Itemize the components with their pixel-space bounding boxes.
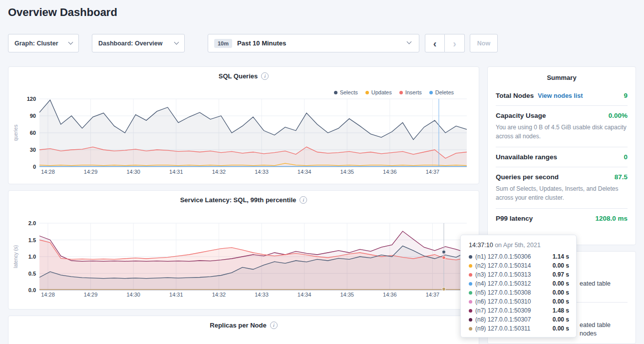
svg-text:1.0: 1.0: [28, 254, 36, 260]
legend-label: Updates: [371, 89, 392, 95]
time-range-dropdown[interactable]: 10m Past 10 Minutes: [208, 34, 419, 52]
graph-dropdown-label: Graph: Cluster: [14, 40, 58, 47]
legend-item-inserts[interactable]: Inserts: [399, 89, 422, 95]
info-icon[interactable]: i: [261, 72, 269, 80]
svg-text:14:37: 14:37: [426, 169, 440, 175]
svg-text:14:31: 14:31: [169, 292, 183, 298]
summary-title: Summary: [488, 67, 636, 86]
node-color-dot-icon: [469, 291, 472, 295]
svg-text:14:29: 14:29: [84, 292, 98, 298]
svg-text:14:36: 14:36: [383, 169, 397, 175]
summary-desc: You are using 0 B of 4.5 GiB usable disk…: [496, 123, 628, 141]
info-icon[interactable]: i: [300, 196, 307, 204]
tooltip-node-row: (n3) 127.0.0.1:50313 0.97 s: [461, 270, 576, 279]
tooltip-time: 14:37:10: [469, 242, 493, 249]
time-pager: ‹ ›: [425, 34, 465, 52]
legend-dot-icon: [365, 91, 369, 94]
node-color-dot-icon: [469, 282, 472, 286]
tooltip-rows: (n1) 127.0.0.1:50306 1.14 s (n2) 127.0.0…: [461, 252, 576, 333]
svg-text:14:30: 14:30: [126, 169, 140, 175]
svg-text:14:34: 14:34: [298, 292, 312, 298]
svg-text:14:35: 14:35: [340, 169, 354, 175]
view-nodes-link[interactable]: View nodes list: [538, 92, 583, 99]
tooltip-node-label: (n2) 127.0.0.1:50314: [475, 262, 531, 269]
chart-hover-tooltip: 14:37:10 on Apr 5th, 2021 (n1) 127.0.0.1…: [460, 235, 577, 338]
node-color-dot-icon: [469, 327, 472, 331]
tooltip-node-label: (n5) 127.0.0.1:50308: [475, 289, 531, 296]
tooltip-node-row: (n8) 127.0.0.1:50307 0.00 s: [461, 315, 576, 324]
summary-value: 0: [624, 153, 628, 161]
legend-label: Inserts: [405, 89, 422, 95]
tooltip-node-label: (n9) 127.0.0.1:50311: [475, 325, 531, 332]
legend-item-selects[interactable]: Selects: [334, 89, 358, 95]
summary-label: Unavailable ranges: [496, 153, 557, 161]
time-next-button[interactable]: ›: [445, 34, 465, 52]
legend-dot-icon: [399, 91, 403, 94]
summary-row: Queries per second 87.5 Sum of Selects, …: [496, 167, 628, 209]
summary-label: Capacity Usage: [496, 112, 546, 119]
legend-label: Deletes: [435, 89, 454, 95]
legend-item-deletes[interactable]: Deletes: [429, 89, 454, 95]
tooltip-node-value: 0.00 s: [553, 289, 569, 296]
svg-text:14:32: 14:32: [212, 292, 226, 298]
tooltip-node-label: (n4) 127.0.0.1:50312: [475, 280, 531, 287]
svg-text:14:30: 14:30: [126, 292, 140, 298]
summary-value: 1208.0 ms: [595, 215, 628, 222]
tooltip-node-label: (n7) 127.0.0.1:50309: [475, 307, 531, 314]
svg-text:14:33: 14:33: [255, 292, 269, 298]
summary-row: Total Nodes View nodes list 9: [496, 86, 628, 106]
tooltip-node-label: (n1) 127.0.0.1:50306: [475, 253, 531, 260]
svg-text:latency (s): latency (s): [13, 245, 18, 268]
tooltip-node-row: (n5) 127.0.0.1:50308 0.00 s: [461, 288, 576, 297]
graph-dropdown[interactable]: Graph: Cluster: [8, 34, 79, 52]
now-button[interactable]: Now: [470, 34, 498, 52]
time-prev-button[interactable]: ‹: [425, 34, 445, 52]
dashboard-dropdown[interactable]: Dashboard: Overview: [92, 34, 185, 52]
sql-queries-chart[interactable]: 14:2814:2914:3014:3114:3214:3314:3414:35…: [8, 67, 480, 185]
chart-title: Service Latency: SQL, 99th percentile: [180, 196, 297, 204]
time-range-label: Past 10 Minutes: [237, 39, 286, 47]
event-item-text: eated table: [580, 322, 611, 329]
legend-dot-icon: [334, 91, 337, 94]
overview-dashboard-page: Overview Dashboard Graph: Cluster Dashbo…: [0, 0, 644, 344]
service-latency-chart[interactable]: 14:2814:2914:3014:3114:3214:3314:3414:35…: [8, 191, 480, 310]
tooltip-node-label: (n8) 127.0.0.1:50307: [475, 316, 531, 323]
info-icon[interactable]: i: [270, 322, 278, 329]
svg-text:14:32: 14:32: [212, 169, 226, 175]
tooltip-node-row: (n4) 127.0.0.1:50312 0.00 s: [461, 279, 576, 288]
summary-panel: Summary Total Nodes View nodes list 9 Ca…: [487, 66, 636, 245]
summary-row: Unavailable ranges 0: [496, 147, 628, 167]
time-range-badge: 10m: [214, 39, 232, 48]
tooltip-node-label: (n6) 127.0.0.1:50310: [475, 298, 531, 305]
svg-text:0: 0: [33, 164, 36, 170]
svg-text:0.5: 0.5: [28, 271, 36, 277]
tooltip-node-value: 0.00 s: [553, 262, 569, 269]
dashboard-dropdown-label: Dashboard: Overview: [98, 40, 163, 47]
node-color-dot-icon: [469, 255, 472, 259]
summary-rows: Total Nodes View nodes list 9 Capacity U…: [488, 86, 636, 228]
tooltip-node-label: (n3) 127.0.0.1:50313: [475, 271, 531, 278]
tooltip-node-row: (n6) 127.0.0.1:50310 0.00 s: [461, 297, 576, 306]
chart-title: Replicas per Node: [210, 322, 266, 329]
sql-queries-chart-card: SQL Queries i SelectsUpdatesInsertsDelet…: [8, 66, 479, 184]
tooltip-node-value: 0.00 s: [553, 280, 569, 287]
summary-row: Capacity Usage 0.00% You are using 0 B o…: [496, 106, 628, 147]
summary-value: 0.00%: [609, 112, 628, 119]
service-latency-chart-card: Service Latency: SQL, 99th percentile i …: [8, 190, 479, 310]
chevron-left-icon: ‹: [433, 38, 437, 49]
tooltip-node-row: (n9) 127.0.0.1:50311 0.00 s: [461, 324, 576, 333]
svg-text:14:31: 14:31: [169, 169, 183, 175]
svg-text:1.5: 1.5: [28, 237, 36, 243]
svg-text:14:29: 14:29: [84, 169, 98, 175]
summary-value: 87.5: [615, 173, 628, 181]
tooltip-header: 14:37:10 on Apr 5th, 2021: [461, 235, 576, 252]
legend-item-updates[interactable]: Updates: [365, 89, 392, 95]
svg-text:0.0: 0.0: [28, 287, 36, 293]
tooltip-node-value: 0.00 s: [553, 316, 569, 323]
node-color-dot-icon: [469, 264, 472, 268]
chart-title-row: Service Latency: SQL, 99th percentile i: [8, 196, 479, 204]
svg-text:14:37: 14:37: [426, 292, 440, 298]
tooltip-node-value: 0.00 s: [553, 298, 569, 305]
tooltip-node-row: (n1) 127.0.0.1:50306 1.14 s: [461, 252, 576, 261]
replicas-chart-card: Replicas per Node i: [8, 316, 479, 344]
